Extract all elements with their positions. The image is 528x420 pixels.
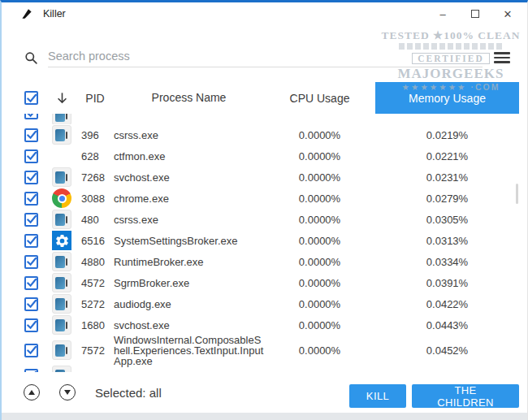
maximize-button[interactable]	[459, 3, 491, 24]
process-memory-usage: 0.0334%	[375, 256, 519, 268]
process-memory-usage: 0.0422%	[375, 298, 519, 310]
process-pid: 480	[81, 214, 109, 226]
row-checkbox[interactable]	[24, 128, 38, 142]
process-cpu-usage: 0.0000%	[264, 193, 375, 205]
close-button[interactable]: ✕	[491, 3, 524, 24]
process-cpu-usage: 0.0000%	[264, 171, 375, 184]
process-row[interactable]: 7572 WindowsInternal.ComposableShell.Exp…	[2, 336, 527, 365]
process-cpu-usage: 0.0000%	[264, 214, 375, 226]
process-row[interactable]: 628 ctfmon.exe 0.0000% 0.0221%	[2, 145, 527, 167]
process-pid: 1680	[81, 319, 109, 331]
row-checkbox[interactable]	[24, 297, 38, 311]
process-row[interactable]: 5272 audiodg.exe 0.0000% 0.0422%	[2, 293, 527, 314]
row-checkbox[interactable]	[24, 318, 38, 332]
scrollbar-thumb[interactable]	[516, 184, 518, 204]
settings-gear-icon	[52, 231, 71, 250]
process-name: audiodg.exe	[114, 299, 264, 310]
column-header-process-name[interactable]: Process Name	[114, 93, 264, 103]
maximize-icon	[471, 10, 479, 18]
process-name: chrome.exe	[114, 193, 264, 204]
process-name: WindowsInternal.ComposableShell.Experien…	[114, 335, 264, 366]
process-pid: 396	[81, 129, 109, 141]
process-row[interactable]: 3088 chrome.exe 0.0000% 0.0279%	[2, 188, 527, 209]
generic-app-icon	[52, 366, 71, 372]
process-memory-usage: 0.0452%	[375, 344, 519, 357]
selected-status-label: Selected: all	[95, 386, 162, 400]
sort-descending-icon[interactable]	[55, 91, 69, 105]
process-name: csrss.exe	[114, 214, 264, 225]
process-row[interactable]: 480 csrss.exe 0.0000% 0.0305%	[2, 209, 527, 230]
process-name: SystemSettingsBroker.exe	[114, 236, 264, 246]
generic-app-icon	[52, 273, 71, 292]
row-checkbox[interactable]	[24, 234, 38, 248]
process-cpu-usage: 0.0000%	[264, 298, 375, 310]
generic-app-icon	[52, 167, 71, 187]
process-cpu-usage: 0.0000%	[264, 129, 375, 141]
process-memory-usage: 0.0279%	[375, 193, 519, 205]
generic-app-icon	[52, 125, 71, 145]
table-header: PID Process Name CPU Usage Memory Usage	[2, 82, 527, 114]
generic-app-icon	[52, 315, 71, 335]
window-title: Killer	[43, 8, 66, 19]
row-checkbox[interactable]	[24, 171, 38, 184]
process-memory-usage: 0.0313%	[375, 235, 519, 247]
process-memory-usage: 0.0231%	[375, 171, 519, 184]
process-name: SgrmBroker.exe	[114, 278, 264, 288]
process-row[interactable]	[2, 114, 527, 124]
process-pid: 4880	[81, 256, 109, 268]
generic-app-icon	[52, 340, 71, 360]
process-pid: 4572	[81, 277, 109, 289]
row-checkbox[interactable]	[24, 114, 38, 119]
process-name: svchost.exe	[114, 172, 264, 183]
chrome-icon	[52, 188, 71, 208]
search-bar	[2, 47, 527, 68]
select-all-checkbox[interactable]	[24, 91, 38, 105]
process-row[interactable]: 6516 SystemSettingsBroker.exe 0.0000% 0.…	[2, 230, 527, 251]
column-header-memory-usage[interactable]: Memory Usage	[375, 82, 519, 114]
process-memory-usage: 0.0221%	[375, 150, 519, 162]
process-row[interactable]: 4572 SgrmBroker.exe 0.0000% 0.0391%	[2, 272, 527, 293]
process-row[interactable]: 4056 svchost.exe 0.0000% 0.0477%	[2, 365, 527, 372]
column-header-cpu-usage[interactable]: CPU Usage	[264, 92, 375, 105]
search-icon	[24, 51, 38, 65]
process-pid: 628	[81, 150, 109, 162]
window-bottom-edge	[2, 413, 527, 420]
process-memory-usage: 0.0305%	[375, 214, 519, 226]
minimize-button[interactable]: –	[426, 3, 459, 24]
app-window: Killer – ✕ PID Process Name CP	[0, 0, 528, 420]
process-pid: 7268	[81, 171, 109, 184]
generic-app-icon	[52, 294, 71, 314]
row-checkbox[interactable]	[24, 149, 38, 163]
process-pid: 7572	[81, 344, 109, 357]
process-cpu-usage: 0.0000%	[264, 344, 375, 357]
row-checkbox[interactable]	[24, 213, 38, 227]
row-checkbox[interactable]	[24, 192, 38, 206]
kill-button[interactable]: KILL	[349, 384, 406, 408]
generic-app-icon	[52, 210, 71, 229]
column-header-pid[interactable]: PID	[81, 92, 109, 105]
hamburger-menu-icon[interactable]	[494, 52, 510, 63]
select-none-down-button[interactable]	[59, 384, 76, 401]
generic-app-icon	[52, 114, 71, 124]
process-row[interactable]: 7268 svchost.exe 0.0000% 0.0231%	[2, 167, 527, 188]
process-list: 396 csrss.exe 0.0000% 0.0219% 628 ctfmon…	[2, 114, 527, 372]
process-pid: 5272	[81, 298, 109, 310]
app-logo-quill-icon	[21, 8, 32, 19]
search-input[interactable]	[48, 48, 483, 67]
kill-children-too-button[interactable]: THE CHILDREN TOO	[412, 384, 519, 408]
process-name: ctfmon.exe	[114, 151, 264, 162]
row-checkbox[interactable]	[24, 344, 38, 357]
watermark-majorgeeks-text: MAJORGEEKS	[376, 66, 526, 82]
generic-app-icon	[52, 252, 71, 271]
watermark-tested-clean-text: TESTED ★100% CLEAN	[376, 28, 526, 42]
row-checkbox[interactable]	[24, 276, 38, 290]
triangle-up-icon	[28, 390, 35, 395]
process-row[interactable]: 396 csrss.exe 0.0000% 0.0219%	[2, 124, 527, 145]
process-cpu-usage: 0.0000%	[264, 277, 375, 289]
process-row[interactable]: 1680 svchost.exe 0.0000% 0.0443%	[2, 314, 527, 336]
process-memory-usage: 0.0391%	[375, 277, 519, 289]
select-all-up-button[interactable]	[24, 384, 40, 401]
process-row[interactable]: 4880 RuntimeBroker.exe 0.0000% 0.0334%	[2, 251, 527, 272]
process-pid: 6516	[81, 235, 109, 247]
row-checkbox[interactable]	[24, 255, 38, 269]
